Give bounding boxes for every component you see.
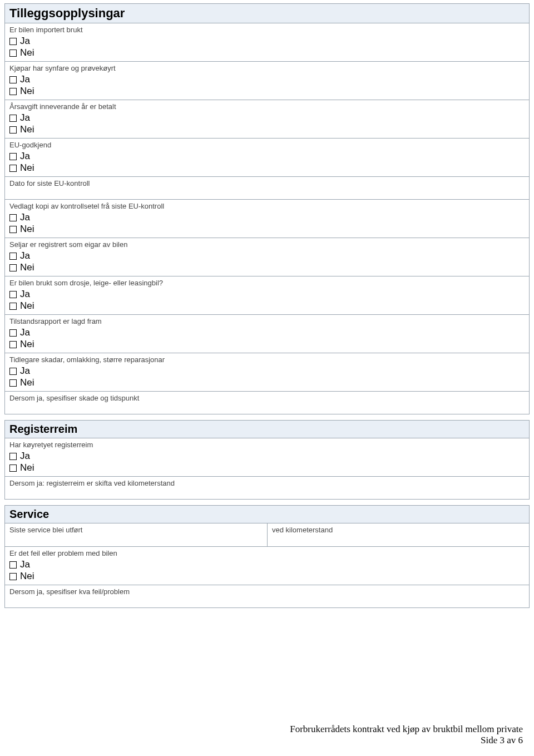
checkbox-icon: [9, 115, 17, 122]
field-har-registerreim: Har køyretyet registerreim Ja Nei: [5, 438, 529, 477]
label-kontrollsetel: Vedlagt kopi av kontrollsetel frå siste …: [9, 202, 525, 210]
label-regreim-km: Dersom ja: registerreim er skifta ved ki…: [9, 479, 525, 487]
field-kontrollsetel: Vedlagt kopi av kontrollsetel frå siste …: [5, 200, 529, 238]
checkbox-icon: [9, 561, 17, 569]
checkbox-icon: [9, 379, 17, 387]
checkbox-icon: [9, 465, 17, 472]
field-regreim-km: Dersom ja: registerreim er skifta ved ki…: [5, 477, 529, 499]
option-label: Ja: [20, 212, 30, 223]
option-label: Ja: [20, 559, 30, 570]
label-eu-godkjend: EU-godkjend: [9, 141, 525, 149]
label-har-registerreim: Har køyretyet registerreim: [9, 441, 525, 449]
field-tilstandsrapport: Tilstandsrapport er lagd fram Ja Nei: [5, 315, 529, 353]
footer-title: Forbrukerrådets kontrakt ved kjøp av bru…: [290, 724, 523, 735]
field-eu-godkjend: EU-godkjend Ja Nei: [5, 139, 529, 177]
field-importert-brukt: Er bilen importert brukt Ja Nei: [5, 23, 529, 62]
field-spesifiser-feil: Dersom ja, spesifiser kva feil/problem: [5, 585, 529, 607]
section-registerreim: Registerreim Har køyretyet registerreim …: [4, 420, 530, 500]
label-siste-service: Siste service blei utført: [9, 526, 263, 534]
option-eu-ja[interactable]: Ja: [9, 151, 525, 162]
option-label: Nei: [20, 262, 34, 273]
section-service: Service Siste service blei utført ved ki…: [4, 505, 530, 608]
label-spesifiser-skade: Dersom ja, spesifiser skade og tidspunkt: [9, 394, 525, 402]
label-spesifiser-feil: Dersom ja, spesifiser kva feil/problem: [9, 587, 525, 596]
option-label: Ja: [20, 151, 30, 162]
option-label: Nei: [20, 47, 34, 58]
checkbox-icon: [9, 453, 17, 460]
option-label: Nei: [20, 224, 34, 235]
option-skadar-ja[interactable]: Ja: [9, 365, 525, 377]
label-feil-problem: Er det feil eller problem med bilen: [9, 549, 525, 557]
label-eigar: Seljar er registrert som eigar av bilen: [9, 240, 525, 249]
section-header-tillegg: Tilleggsopplysingar: [5, 4, 529, 23]
option-label: Ja: [20, 289, 30, 300]
label-skadar: Tidlegare skadar, omlakking, større repa…: [9, 355, 525, 364]
field-synfare: Kjøpar har synfare og prøvekøyrt Ja Nei: [5, 62, 529, 100]
option-skadar-nei[interactable]: Nei: [9, 377, 525, 388]
label-synfare: Kjøpar har synfare og prøvekøyrt: [9, 64, 525, 72]
checkbox-icon: [9, 303, 17, 310]
option-label: Ja: [20, 451, 30, 462]
option-importert-nei[interactable]: Nei: [9, 47, 525, 58]
option-label: Nei: [20, 300, 34, 312]
field-drosje: Er bilen brukt som drosje, leige- eller …: [5, 276, 529, 315]
option-tilstand-ja[interactable]: Ja: [9, 327, 525, 338]
label-drosje: Er bilen brukt som drosje, leige- eller …: [9, 279, 525, 287]
option-regreim-nei[interactable]: Nei: [9, 462, 525, 473]
input-eu-dato[interactable]: [9, 189, 525, 197]
section-header-service: Service: [5, 506, 529, 523]
option-eigar-nei[interactable]: Nei: [9, 262, 525, 273]
label-ved-km: ved kilometerstand: [272, 526, 525, 534]
field-ved-km: ved kilometerstand: [267, 523, 529, 547]
section-tillegg: Tilleggsopplysingar Er bilen importert b…: [4, 3, 530, 414]
checkbox-icon: [9, 573, 17, 580]
field-arsavgift: Årsavgift inneverande år er betalt Ja Ne…: [5, 100, 529, 139]
checkbox-icon: [9, 253, 17, 260]
option-synfare-ja[interactable]: Ja: [9, 74, 525, 85]
option-label: Ja: [20, 327, 30, 338]
option-tilstand-nei[interactable]: Nei: [9, 339, 525, 350]
checkbox-icon: [9, 214, 17, 221]
label-arsavgift: Årsavgift inneverande år er betalt: [9, 102, 525, 111]
label-tilstandsrapport: Tilstandsrapport er lagd fram: [9, 317, 525, 325]
option-eigar-ja[interactable]: Ja: [9, 250, 525, 261]
field-spesifiser-skade: Dersom ja, spesifiser skade og tidspunkt: [5, 392, 529, 414]
checkbox-icon: [9, 38, 17, 45]
option-importert-ja[interactable]: Ja: [9, 36, 525, 47]
option-drosje-ja[interactable]: Ja: [9, 289, 525, 300]
option-regreim-ja[interactable]: Ja: [9, 451, 525, 462]
checkbox-icon: [9, 291, 17, 298]
input-spesifiser-skade[interactable]: [9, 404, 525, 412]
option-synfare-nei[interactable]: Nei: [9, 86, 525, 97]
checkbox-icon: [9, 126, 17, 134]
field-eu-dato: Dato for siste EU-kontroll: [5, 177, 529, 200]
checkbox-icon: [9, 165, 17, 172]
checkbox-icon: [9, 341, 17, 348]
checkbox-icon: [9, 226, 17, 233]
checkbox-icon: [9, 88, 17, 95]
option-label: Nei: [20, 377, 34, 388]
field-feil-problem: Er det feil eller problem med bilen Ja N…: [5, 547, 529, 585]
option-drosje-nei[interactable]: Nei: [9, 300, 525, 312]
field-eigar: Seljar er registrert som eigar av bilen …: [5, 238, 529, 276]
option-eu-nei[interactable]: Nei: [9, 162, 525, 174]
option-label: Nei: [20, 571, 34, 582]
option-arsavgift-nei[interactable]: Nei: [9, 124, 525, 135]
input-regreim-km[interactable]: [9, 489, 525, 497]
checkbox-icon: [9, 153, 17, 160]
option-kontrollsetel-ja[interactable]: Ja: [9, 212, 525, 223]
option-feil-nei[interactable]: Nei: [9, 571, 525, 582]
option-label: Nei: [20, 339, 34, 350]
checkbox-icon: [9, 76, 17, 83]
option-label: Ja: [20, 112, 30, 123]
section-header-registerreim: Registerreim: [5, 421, 529, 438]
input-spesifiser-feil[interactable]: [9, 597, 525, 605]
option-label: Nei: [20, 124, 34, 135]
option-label: Ja: [20, 36, 30, 47]
option-feil-ja[interactable]: Ja: [9, 559, 525, 570]
option-kontrollsetel-nei[interactable]: Nei: [9, 224, 525, 235]
option-arsavgift-ja[interactable]: Ja: [9, 112, 525, 123]
option-label: Ja: [20, 365, 30, 377]
option-label: Ja: [20, 250, 30, 261]
footer-page: Side 3 av 6: [290, 735, 523, 746]
